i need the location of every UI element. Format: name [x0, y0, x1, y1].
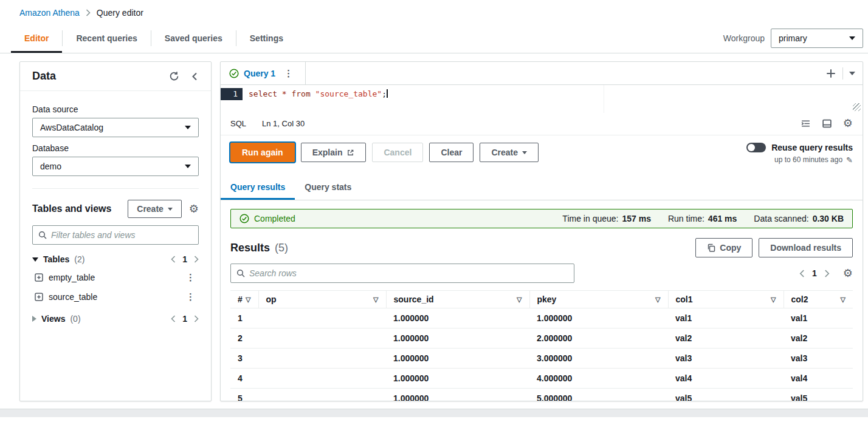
- horizontal-scrollbar-track[interactable]: [0, 409, 868, 417]
- filter-tables-input[interactable]: [51, 230, 193, 240]
- new-query-tab-button[interactable]: [825, 68, 836, 79]
- expand-table-icon[interactable]: [35, 273, 43, 282]
- breadcrumb-link-amazon-athena[interactable]: Amazon Athena: [19, 8, 80, 18]
- editor-settings-gear-icon[interactable]: ⚙: [843, 118, 853, 129]
- results-preferences-gear-icon[interactable]: ⚙: [843, 268, 853, 279]
- column-header-col2: col2▽: [784, 291, 853, 308]
- query-tab-kebab-menu-icon[interactable]: ⋮: [280, 68, 297, 79]
- tab-query-stats[interactable]: Query stats: [295, 176, 361, 200]
- table-cell: 1.000000: [386, 349, 529, 369]
- database-select[interactable]: demo: [32, 157, 199, 176]
- column-header-source_id: source_id▽: [386, 291, 529, 308]
- create-dropdown-button[interactable]: Create: [480, 143, 539, 162]
- tab-editor[interactable]: Editor: [11, 23, 62, 53]
- tab-settings[interactable]: Settings: [236, 23, 297, 53]
- metric-label: Run time:: [668, 214, 704, 223]
- explain-button[interactable]: Explain: [301, 143, 367, 162]
- previous-page-icon[interactable]: [171, 256, 176, 263]
- tables-pagination: 1: [171, 254, 199, 264]
- search-icon: [38, 231, 47, 239]
- previous-page-icon[interactable]: [171, 315, 176, 322]
- query-status-banner: Completed Time in queue:157 ms Run time:…: [230, 209, 853, 228]
- tables-page-number[interactable]: 1: [182, 254, 187, 264]
- table-cell: 4.000000: [529, 369, 668, 389]
- results-toolbar: 1 ⚙: [230, 264, 853, 283]
- data-source-selected-value: AwsDataCatalog: [40, 123, 103, 132]
- top-navigation-tabs: Editor Recent queries Saved queries Sett…: [0, 23, 868, 53]
- tables-list: empty_table⋮source_table⋮: [32, 268, 199, 307]
- next-page-icon[interactable]: [194, 256, 199, 263]
- next-page-icon[interactable]: [824, 270, 830, 277]
- column-filter-icon[interactable]: ▽: [246, 296, 250, 304]
- cancel-button[interactable]: Cancel: [372, 143, 423, 162]
- column-header-pkey: pkey▽: [529, 291, 668, 308]
- workgroup-select[interactable]: primary: [771, 29, 863, 48]
- sql-code-line[interactable]: select * from "source_table";: [249, 88, 388, 113]
- copy-button[interactable]: Copy: [695, 238, 753, 257]
- data-panel-body: Data source AwsDataCatalog Database demo…: [20, 91, 211, 331]
- column-filter-icon[interactable]: ▽: [771, 296, 776, 304]
- search-rows-input[interactable]: [249, 268, 568, 278]
- data-source-select[interactable]: AwsDataCatalog: [32, 118, 199, 137]
- previous-page-icon[interactable]: [799, 270, 805, 277]
- table-cell: [258, 389, 386, 402]
- next-page-icon[interactable]: [194, 315, 199, 322]
- query-tab-1[interactable]: Query 1 ⋮: [221, 62, 306, 84]
- views-expand-icon[interactable]: [32, 316, 36, 322]
- table-cell: val5: [784, 389, 853, 402]
- table-cell: 1.000000: [386, 308, 529, 328]
- reuse-query-results: Reuse query results up to 60 minutes ago…: [746, 143, 853, 164]
- panel-layout-icon[interactable]: [822, 118, 832, 129]
- table-cell: 2.000000: [529, 328, 668, 349]
- column-filter-icon[interactable]: ▽: [373, 296, 378, 304]
- download-results-button[interactable]: Download results: [759, 238, 853, 257]
- column-label: pkey: [537, 294, 557, 304]
- metric-label: Data scanned:: [754, 214, 808, 223]
- sql-code-editor[interactable]: 1 select * from "source_table";: [221, 85, 863, 113]
- reuse-results-toggle[interactable]: [746, 143, 766, 152]
- edit-reuse-duration-icon[interactable]: ✎: [846, 156, 853, 164]
- table-name[interactable]: empty_table: [49, 273, 177, 282]
- views-page-number[interactable]: 1: [182, 314, 187, 324]
- column-filter-icon[interactable]: ▽: [655, 296, 660, 304]
- table-cell: val4: [668, 369, 784, 389]
- editor-resize-handle[interactable]: [853, 103, 861, 111]
- sql-string: "source_table": [311, 89, 382, 98]
- collapse-panel-icon[interactable]: [190, 72, 199, 81]
- table-item-empty_table[interactable]: empty_table⋮: [32, 268, 199, 287]
- tab-saved-queries[interactable]: Saved queries: [151, 23, 236, 53]
- table-kebab-menu-icon[interactable]: ⋮: [182, 291, 199, 302]
- tab-query-results[interactable]: Query results: [221, 176, 295, 200]
- table-cell: val3: [668, 349, 784, 369]
- run-again-button[interactable]: Run again: [230, 143, 295, 162]
- results-header: Results (5) Copy Download results: [230, 238, 853, 257]
- query-panel: Query 1 ⋮ 1 select * fro: [220, 61, 863, 401]
- tables-and-views-title: Tables and views: [32, 203, 120, 214]
- tables-expand-icon[interactable]: [32, 257, 38, 262]
- editor-language: SQL: [230, 119, 246, 128]
- column-filter-icon[interactable]: ▽: [841, 296, 846, 304]
- query-tabs-dropdown-icon[interactable]: [849, 72, 855, 75]
- editor-print-margin: [604, 85, 604, 113]
- tab-recent-queries[interactable]: Recent queries: [63, 23, 150, 53]
- tables-count: (2): [74, 254, 84, 264]
- database-label: Database: [32, 143, 199, 153]
- create-table-button[interactable]: Create: [128, 200, 182, 218]
- query-tab-actions: [825, 62, 863, 84]
- tables-settings-gear-icon[interactable]: ⚙: [189, 203, 199, 214]
- caret-down-icon: [168, 208, 173, 211]
- format-query-icon[interactable]: [801, 118, 811, 129]
- breadcrumb-current: Query editor: [97, 8, 143, 18]
- table-name[interactable]: source_table: [49, 292, 177, 302]
- external-link-icon: [346, 149, 354, 157]
- column-filter-icon[interactable]: ▽: [517, 296, 522, 304]
- tables-section-header: Tables (2) 1: [32, 254, 199, 264]
- expand-table-icon[interactable]: [35, 293, 43, 301]
- refresh-icon[interactable]: [169, 71, 179, 81]
- copy-label: Copy: [720, 243, 741, 253]
- results-page-number[interactable]: 1: [812, 268, 817, 278]
- column-label: col1: [676, 294, 693, 304]
- table-item-source_table[interactable]: source_table⋮: [32, 287, 199, 307]
- clear-button[interactable]: Clear: [429, 143, 474, 162]
- table-kebab-menu-icon[interactable]: ⋮: [182, 272, 199, 283]
